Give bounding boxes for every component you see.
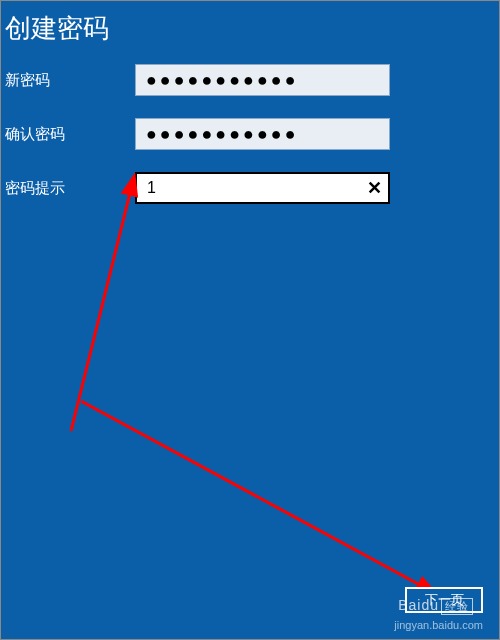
svg-line-1 [71, 181, 133, 431]
clear-hint-button[interactable]: ✕ [362, 176, 386, 200]
watermark-url: jingyan.baidu.com [394, 619, 483, 631]
next-button[interactable]: 下一页 [405, 587, 483, 613]
svg-line-3 [81, 401, 431, 591]
password-hint-wrap: ✕ [135, 172, 390, 204]
close-icon: ✕ [367, 177, 382, 199]
new-password-wrap [135, 64, 390, 96]
new-password-input[interactable] [135, 64, 390, 96]
new-password-label: 新密码 [5, 71, 135, 90]
password-hint-label: 密码提示 [5, 179, 135, 198]
new-password-row: 新密码 [1, 64, 499, 96]
annotation-arrow-top [61, 171, 151, 441]
annotation-arrow-bottom [71, 391, 471, 611]
password-hint-row: 密码提示 ✕ [1, 172, 499, 204]
page-title: 创建密码 [1, 1, 499, 64]
confirm-password-label: 确认密码 [5, 125, 135, 144]
next-button-label: 下一页 [425, 591, 464, 609]
confirm-password-input[interactable] [135, 118, 390, 150]
password-hint-input[interactable] [135, 172, 390, 204]
confirm-password-wrap [135, 118, 390, 150]
confirm-password-row: 确认密码 [1, 118, 499, 150]
